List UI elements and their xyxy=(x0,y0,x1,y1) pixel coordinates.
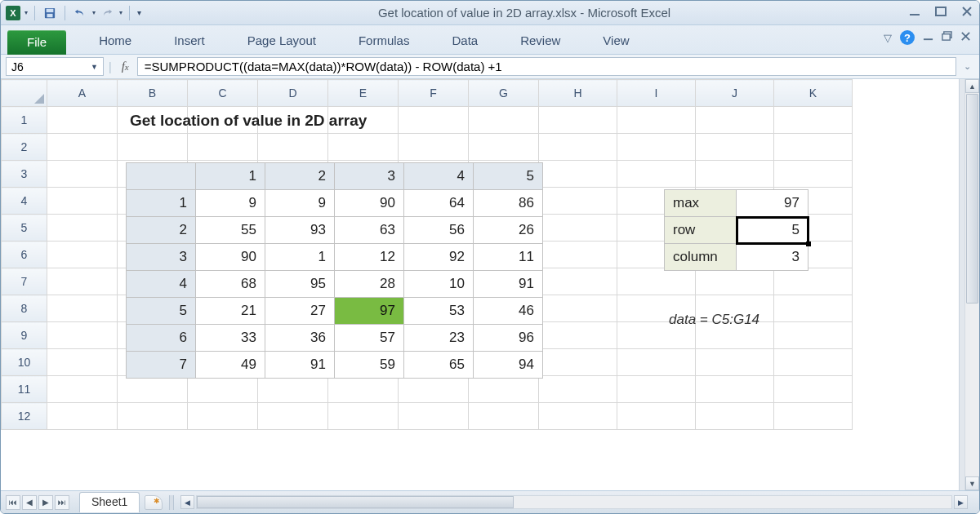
column-header[interactable]: F xyxy=(399,80,469,107)
cell[interactable] xyxy=(188,403,258,430)
spreadsheet-grid[interactable]: ABCDEFGHIJK123456789101112 Get location … xyxy=(1,79,959,490)
cell[interactable] xyxy=(696,403,774,430)
cell[interactable] xyxy=(617,349,696,376)
scroll-left-button[interactable]: ◀ xyxy=(180,495,194,509)
column-header[interactable]: D xyxy=(258,80,328,107)
chevron-down-icon[interactable]: ▾ xyxy=(119,9,122,16)
tab-formulas[interactable]: Formulas xyxy=(349,29,420,54)
scroll-thumb[interactable] xyxy=(966,94,978,304)
formula-input[interactable]: =SUMPRODUCT((data=MAX(data))*ROW(data)) … xyxy=(137,57,956,76)
cell[interactable] xyxy=(399,376,469,403)
cell[interactable] xyxy=(188,376,258,403)
column-header[interactable]: A xyxy=(47,80,118,107)
cell[interactable] xyxy=(47,161,118,188)
cell[interactable] xyxy=(696,349,774,376)
cell[interactable] xyxy=(539,376,617,403)
row-header[interactable]: 4 xyxy=(2,188,47,215)
cell[interactable] xyxy=(47,268,118,295)
vertical-split-handle[interactable] xyxy=(959,79,964,490)
cell[interactable] xyxy=(539,403,617,430)
cell[interactable] xyxy=(617,107,696,134)
row-header[interactable]: 1 xyxy=(2,107,47,134)
maximize-button[interactable] xyxy=(933,6,948,20)
ribbon-minimize-icon[interactable]: ▽ xyxy=(884,32,892,44)
workbook-minimize-button[interactable] xyxy=(923,31,933,44)
column-header[interactable]: G xyxy=(469,80,539,107)
cell[interactable] xyxy=(399,107,469,134)
cell[interactable] xyxy=(774,349,853,376)
cell[interactable] xyxy=(47,134,118,161)
cell[interactable] xyxy=(539,107,617,134)
cell[interactable] xyxy=(696,268,774,295)
cell[interactable] xyxy=(539,295,617,322)
horizontal-scrollbar[interactable]: ◀ ▶ xyxy=(180,495,968,509)
tab-data[interactable]: Data xyxy=(442,29,488,54)
cell[interactable] xyxy=(47,349,118,376)
cell[interactable] xyxy=(696,161,774,188)
tab-insert[interactable]: Insert xyxy=(164,29,215,54)
name-box[interactable]: J6 ▼ xyxy=(6,57,104,76)
cell[interactable] xyxy=(469,134,539,161)
row-header[interactable]: 7 xyxy=(2,268,47,295)
cell[interactable] xyxy=(47,295,118,322)
formula-bar-expand-icon[interactable]: ⌄ xyxy=(960,61,974,72)
file-tab[interactable]: File xyxy=(7,30,66,55)
save-icon[interactable] xyxy=(42,5,58,21)
row-header[interactable]: 3 xyxy=(2,161,47,188)
cell[interactable] xyxy=(328,134,399,161)
chevron-down-icon[interactable]: ▾ xyxy=(92,9,96,16)
cell[interactable] xyxy=(469,403,539,430)
cell[interactable] xyxy=(774,107,853,134)
cell[interactable] xyxy=(258,376,328,403)
column-header[interactable]: I xyxy=(617,80,696,107)
workbook-restore-button[interactable] xyxy=(942,31,952,44)
vertical-scrollbar[interactable]: ▲ ▼ xyxy=(964,79,979,490)
column-header[interactable]: K xyxy=(774,80,853,107)
cell[interactable] xyxy=(774,322,853,349)
cell[interactable] xyxy=(539,188,617,215)
cell[interactable] xyxy=(118,134,188,161)
result-value-row[interactable]: 5 xyxy=(737,217,808,244)
tab-nav-prev[interactable]: ◀ xyxy=(22,495,37,510)
cell[interactable] xyxy=(774,134,853,161)
cell[interactable] xyxy=(774,403,853,430)
chevron-down-icon[interactable]: ▾ xyxy=(24,9,28,16)
cell[interactable] xyxy=(118,376,188,403)
row-header[interactable]: 6 xyxy=(2,241,47,268)
cell[interactable] xyxy=(539,134,617,161)
cell[interactable] xyxy=(617,403,696,430)
cell[interactable] xyxy=(47,322,118,349)
cell[interactable] xyxy=(47,107,118,134)
cell[interactable] xyxy=(328,376,399,403)
new-sheet-button[interactable] xyxy=(145,495,163,510)
tab-view[interactable]: View xyxy=(593,29,639,54)
cell[interactable] xyxy=(774,268,853,295)
cell[interactable] xyxy=(539,349,617,376)
cell[interactable] xyxy=(696,134,774,161)
scroll-thumb[interactable] xyxy=(197,496,514,508)
cell[interactable] xyxy=(258,134,328,161)
cell[interactable] xyxy=(47,403,118,430)
tab-nav-next[interactable]: ▶ xyxy=(38,495,53,510)
cell[interactable] xyxy=(539,322,617,349)
cell[interactable] xyxy=(258,403,328,430)
cell[interactable] xyxy=(399,403,469,430)
workbook-close-button[interactable] xyxy=(960,31,971,44)
column-header[interactable]: E xyxy=(328,80,399,107)
fx-icon[interactable]: fx xyxy=(117,60,134,73)
cell[interactable] xyxy=(47,215,118,241)
cell[interactable] xyxy=(539,241,617,268)
scroll-up-button[interactable]: ▲ xyxy=(965,79,979,93)
tab-nav-first[interactable]: ⏮ xyxy=(6,495,20,510)
cell[interactable] xyxy=(47,376,118,403)
cell[interactable] xyxy=(774,295,853,322)
column-header[interactable]: B xyxy=(118,80,188,107)
scroll-right-button[interactable]: ▶ xyxy=(954,495,968,509)
row-header[interactable]: 2 xyxy=(2,134,47,161)
cell[interactable] xyxy=(774,161,853,188)
cell[interactable] xyxy=(469,107,539,134)
column-header[interactable]: C xyxy=(188,80,258,107)
cell[interactable] xyxy=(539,215,617,241)
cell[interactable] xyxy=(188,134,258,161)
cell[interactable] xyxy=(696,107,774,134)
